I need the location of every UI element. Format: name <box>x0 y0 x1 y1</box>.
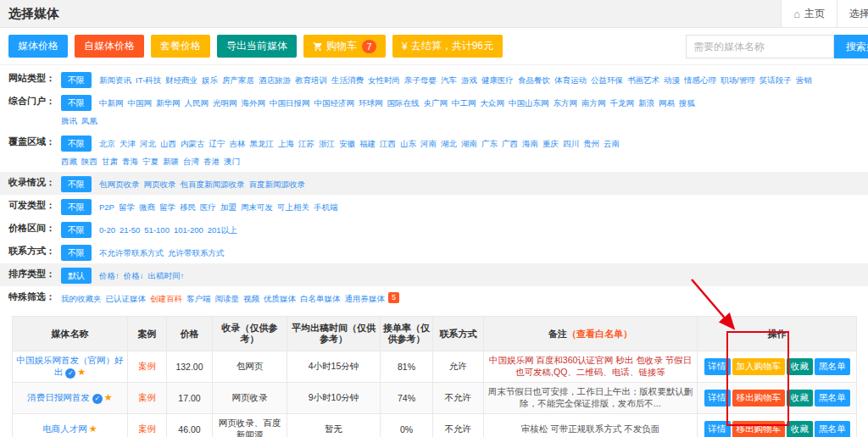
filter-option[interactable]: 广东 <box>481 136 498 152</box>
filter-selected-chip[interactable]: 不限 <box>61 222 92 238</box>
filter-option[interactable]: 创建百科 <box>150 290 182 307</box>
favorite-button[interactable]: 收藏 <box>787 390 813 407</box>
filter-option[interactable]: 0-20 <box>99 222 115 238</box>
filter-option[interactable]: 房产家居 <box>222 72 254 88</box>
case-link[interactable]: 案例 <box>138 392 156 402</box>
blacklist-button[interactable]: 黑名单 <box>815 390 850 407</box>
filter-option[interactable]: 101-200 <box>174 222 203 238</box>
filter-option[interactable]: 中国山东网 <box>509 95 549 111</box>
filter-option[interactable]: 职场/管理 <box>721 72 755 88</box>
filter-option[interactable]: 重庆 <box>542 136 559 152</box>
filter-option[interactable]: 允许带联系方式 <box>168 245 225 261</box>
filter-option[interactable]: 江西 <box>380 136 396 152</box>
filter-option[interactable]: 海南 <box>522 136 538 152</box>
filter-option[interactable]: 游戏 <box>461 72 477 88</box>
filter-option[interactable]: 不允许带联系方式 <box>99 245 164 261</box>
filter-option[interactable]: 白名单媒体 <box>300 290 341 307</box>
filter-option[interactable]: 山东 <box>400 136 416 152</box>
filter-option[interactable]: 女性时尚 <box>368 72 400 88</box>
filter-option[interactable]: 上海 <box>278 136 294 152</box>
self-media-price-button[interactable]: 自媒体价格 <box>75 35 144 58</box>
filter-option[interactable]: 台湾 <box>183 153 199 169</box>
filter-option[interactable]: 我的收藏夹 <box>61 290 102 307</box>
filter-option[interactable]: 医疗 <box>200 199 216 215</box>
filter-option[interactable]: 湖北 <box>441 136 457 152</box>
filter-option[interactable]: 辽宁 <box>209 136 225 152</box>
filter-option[interactable]: 内蒙古 <box>181 136 205 152</box>
filter-selected-chip[interactable]: 不限 <box>61 72 92 88</box>
filter-option[interactable]: 包网页收录 <box>99 176 140 192</box>
filter-option[interactable]: 财经商业 <box>165 72 198 88</box>
filter-option[interactable]: 中国经济网 <box>314 95 355 111</box>
filter-option[interactable]: 山西 <box>160 136 176 152</box>
favorite-button[interactable]: 收藏 <box>787 421 813 437</box>
filter-option[interactable]: 51-100 <box>144 222 170 238</box>
case-link[interactable]: 案例 <box>138 361 156 371</box>
filter-option[interactable]: 阅读量 <box>215 290 240 307</box>
blacklist-button[interactable]: 黑名单 <box>815 358 850 375</box>
favorite-button[interactable]: 收藏 <box>787 358 813 375</box>
filter-option[interactable]: 天津 <box>120 136 136 152</box>
filter-option[interactable]: 留学 <box>119 199 135 215</box>
cart-button[interactable]: 购物车7 <box>303 35 386 58</box>
filter-option[interactable]: 北京 <box>99 136 115 152</box>
filter-option[interactable]: 云南 <box>604 136 620 152</box>
filter-option[interactable]: 周末可发 <box>241 199 273 215</box>
filter-option[interactable]: 浙江 <box>319 136 335 152</box>
detail-button[interactable]: 详情 <box>704 421 731 437</box>
cart-toggle-button[interactable]: 移出购物车 <box>732 421 786 437</box>
filter-option[interactable]: 中工网 <box>452 95 476 111</box>
filter-option[interactable]: 腾讯 <box>61 113 77 129</box>
checkout-button[interactable]: ¥去结算，共计96元 <box>392 35 503 58</box>
filter-option[interactable]: 广西 <box>502 136 518 152</box>
filter-option[interactable]: 东方网 <box>554 95 578 111</box>
filter-option[interactable]: 贵州 <box>583 136 599 152</box>
filter-option[interactable]: 亲子母婴 <box>404 72 437 88</box>
filter-option[interactable]: 视频 <box>243 290 259 307</box>
filter-option[interactable]: 国际在线 <box>387 95 420 111</box>
filter-option[interactable]: 安徽 <box>339 136 355 152</box>
filter-option[interactable]: 千龙网 <box>610 95 635 111</box>
filter-option[interactable]: 价格↓ <box>124 268 144 284</box>
export-current-media-button[interactable]: 导出当前媒体 <box>217 35 297 58</box>
filter-option[interactable]: 酒店旅游 <box>259 72 291 88</box>
filter-option[interactable]: 新浪 <box>638 95 654 111</box>
filter-option[interactable]: 陕西 <box>81 153 97 169</box>
filter-option[interactable]: 新闻资讯 <box>99 72 131 88</box>
filter-selected-chip[interactable]: 不限 <box>61 95 92 111</box>
filter-option[interactable]: 健康医疗 <box>481 72 514 88</box>
filter-option[interactable]: 21-50 <box>120 222 140 238</box>
filter-option[interactable]: 中国日报网 <box>270 95 310 111</box>
search-input[interactable] <box>686 35 834 58</box>
filter-option[interactable]: 新华网 <box>156 95 181 111</box>
filter-option[interactable]: 四川 <box>563 136 579 152</box>
detail-button[interactable]: 详情 <box>704 358 731 375</box>
filter-option[interactable]: P2P <box>99 199 114 215</box>
filter-option[interactable]: 搜狐 <box>679 95 695 111</box>
filter-option[interactable]: 通用券媒体 <box>345 290 386 307</box>
filter-option[interactable]: 留学 <box>159 199 175 215</box>
filter-option[interactable]: 出稿时间↑ <box>148 268 185 284</box>
filter-selected-chip[interactable]: 不限 <box>61 176 92 192</box>
filter-option[interactable]: 移民 <box>180 199 196 215</box>
filter-selected-chip[interactable]: 不限 <box>61 245 92 261</box>
cart-toggle-button[interactable]: 移出购物车 <box>732 390 786 407</box>
filter-option[interactable]: 娱乐 <box>202 72 218 88</box>
filter-option[interactable]: 优质媒体 <box>264 290 296 307</box>
filter-option[interactable]: 加盟 <box>220 199 236 215</box>
filter-option[interactable]: 情感心理 <box>684 72 716 88</box>
filter-option[interactable]: 海外网 <box>242 95 266 111</box>
media-name-link[interactable]: 消费日报网首发 <box>27 392 90 402</box>
filter-option[interactable]: 环球网 <box>359 95 383 111</box>
filter-option[interactable]: 客户端 <box>186 290 211 307</box>
package-price-button[interactable]: 套餐价格 <box>151 35 210 58</box>
filter-option[interactable]: 人民网 <box>185 95 209 111</box>
filter-option[interactable]: 网易 <box>659 95 675 111</box>
filter-option[interactable]: 包百度新闻源收录 <box>181 176 245 192</box>
filter-option[interactable]: 汽车 <box>441 72 457 88</box>
filter-option[interactable]: 百度新闻源收录 <box>249 176 306 192</box>
case-link[interactable]: 案例 <box>138 423 156 434</box>
cart-toggle-button[interactable]: 加入购物车 <box>732 358 786 375</box>
filter-option[interactable]: 中新网 <box>99 95 124 111</box>
filter-option[interactable]: 笑话段子 <box>760 72 792 88</box>
